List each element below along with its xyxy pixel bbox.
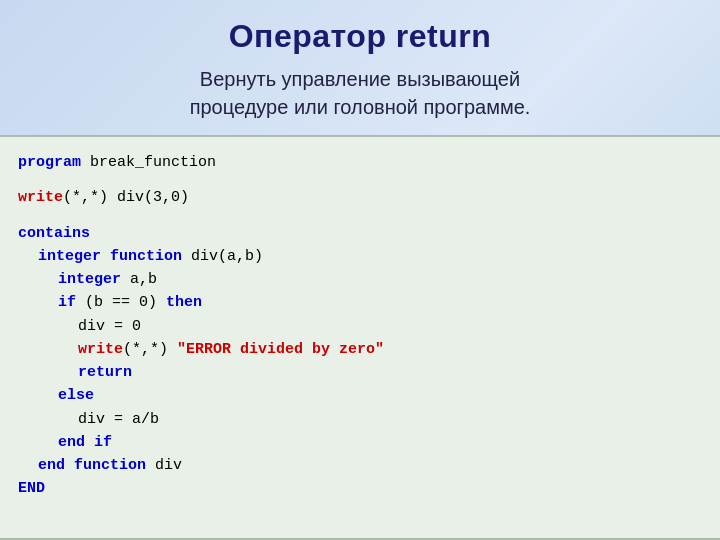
kw-if: if (58, 294, 76, 311)
kw-program: program (18, 154, 81, 171)
error-string: "ERROR divided by zero" (177, 341, 384, 358)
write-args-1: (*,*) div(3,0) (63, 189, 189, 206)
code-line-3: contains (18, 222, 702, 245)
write-args-2: (*,*) (123, 341, 177, 358)
kw-end: END (18, 480, 45, 497)
subtitle: Вернуть управление вызывающей процедуре … (40, 65, 680, 121)
subtitle-line2: процедуре или головной программе. (190, 96, 531, 118)
param-ab: a,b (121, 271, 157, 288)
kw-integer-1: integer (38, 248, 101, 265)
code-line-4: integer function div(a,b) (38, 245, 702, 268)
code-line-1: program break_function (18, 151, 702, 174)
kw-then: then (166, 294, 202, 311)
kw-end-if: end if (58, 434, 112, 451)
code-line-2: write(*,*) div(3,0) (18, 186, 702, 209)
spacer-1 (18, 174, 702, 186)
code-line-10: else (58, 384, 702, 407)
code-line-14: END (18, 477, 702, 500)
if-cond: (b == 0) (76, 294, 166, 311)
space-1 (101, 248, 110, 265)
code-line-12: end if (58, 431, 702, 454)
code-line-5: integer a,b (58, 268, 702, 291)
kw-function-1: function (110, 248, 182, 265)
code-line-6: if (b == 0) then (58, 291, 702, 314)
main-title: Оператор return (40, 18, 680, 55)
code-line-13: end function div (38, 454, 702, 477)
div-ab: div = a/b (78, 411, 159, 428)
code-line-9: return (78, 361, 702, 384)
space-2 (65, 457, 74, 474)
spacer-2 (18, 210, 702, 222)
code-line-8: write(*,*) "ERROR divided by zero" (78, 338, 702, 361)
code-line-11: div = a/b (78, 408, 702, 431)
kw-write-2: write (78, 341, 123, 358)
kw-end-func: end (38, 457, 65, 474)
header-section: Оператор return Вернуть управление вызыв… (0, 0, 720, 135)
kw-integer-2: integer (58, 271, 121, 288)
break-function-text: break_function (81, 154, 216, 171)
func-div-name: div (146, 457, 182, 474)
div-zero: div = 0 (78, 318, 141, 335)
kw-return: return (78, 364, 132, 381)
kw-else: else (58, 387, 94, 404)
kw-contains: contains (18, 225, 90, 242)
code-container: program break_function write(*,*) div(3,… (0, 135, 720, 540)
func-div-sig: div(a,b) (182, 248, 263, 265)
kw-function-2: function (74, 457, 146, 474)
kw-write-1: write (18, 189, 63, 206)
code-block: program break_function write(*,*) div(3,… (18, 151, 702, 501)
subtitle-line1: Вернуть управление вызывающей (200, 68, 520, 90)
code-line-7: div = 0 (78, 315, 702, 338)
